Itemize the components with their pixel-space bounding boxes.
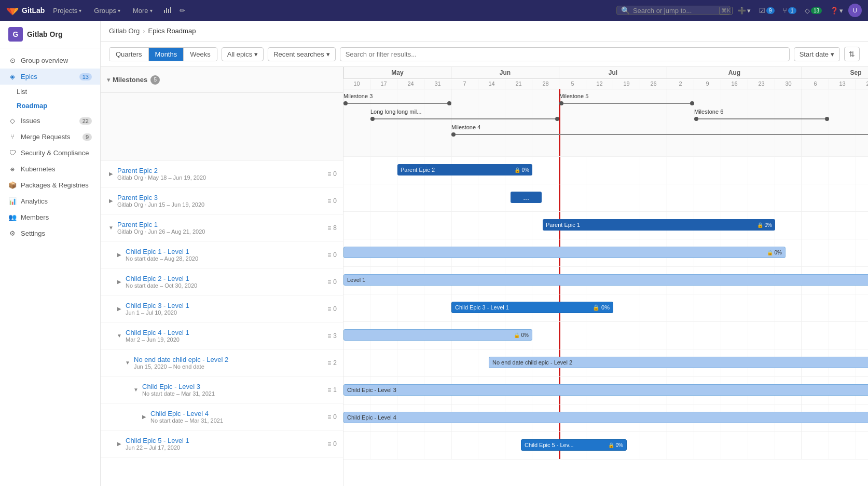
child-count: 0 [333,305,337,313]
gantt-body: Milestone 3Long long long mil...Mileston… [343,89,868,460]
plus-icon-btn[interactable]: ➕ ▾ [735,5,754,17]
nav-more[interactable]: More ▾ [129,7,157,15]
gantt-area: MayJunJulAugSepOctNov1017243171421285121… [343,67,868,486]
epic-bar[interactable]: Child Epic 5 - Lev... 🔒 0% [521,439,627,451]
merge-requests-icon-btn[interactable]: ⑂ 1 [780,5,800,17]
issues-icon-btn[interactable]: ◇ 13 [802,5,825,17]
epic-title[interactable]: Child Epic - Level 4 [150,410,323,417]
epic-bar[interactable]: Child Epic - Level 3 🔒 0% [343,384,868,396]
epic-title[interactable]: Child Epic 5 - Level 1 [126,437,323,444]
expand-btn[interactable]: ▼ [115,332,123,340]
epic-bar[interactable]: Level 1 🔒 0% [343,274,868,286]
merge-requests-icon: ⑂ [8,133,17,141]
sidebar-item-epics[interactable]: ◈ Epics 13 [0,69,100,85]
epic-bar[interactable]: Child Epic 3 - Level 1 🔒 0% [451,302,613,313]
global-search[interactable]: 🔍 ⌘K [616,6,731,15]
epic-title[interactable]: Parent Epic 1 [117,221,323,228]
sort-btn[interactable]: ⇅ [844,47,860,61]
search-input[interactable] [633,7,716,15]
gantt-month-label: May [343,67,451,78]
expand-btn[interactable]: ▶ [140,413,148,421]
sidebar-item-kubernetes[interactable]: ⎈ Kubernetes [0,161,100,177]
start-date-btn[interactable]: Start date ▾ [794,47,840,61]
epic-title[interactable]: Child Epic 1 - Level 1 [126,248,323,255]
epic-title[interactable]: Child Epic 3 - Level 1 [126,302,323,309]
sidebar-item-settings[interactable]: ⚙ Settings [0,225,100,241]
child-count-icon: ≡ [327,305,331,313]
epic-bar[interactable]: 🔒 0% [343,329,532,341]
epic-bar[interactable]: ... [511,192,542,203]
sidebar-item-analytics[interactable]: 📊 Analytics [0,193,100,209]
sidebar-item-security[interactable]: 🛡 Security & Compliance [0,145,100,161]
help-icon-btn[interactable]: ❓ ▾ [827,5,846,17]
avatar[interactable]: U [848,4,862,17]
chevron-down-icon: ▾ [747,7,751,15]
expand-btn[interactable]: ▶ [115,278,123,286]
child-count-icon: ≡ [327,251,331,259]
nav-pencil-icon[interactable]: ✏ [177,7,187,15]
epic-bar[interactable]: Child Epic - Level 4 🔒 0% [343,412,868,423]
nav-activity-icon[interactable] [161,6,173,16]
expand-btn[interactable]: ▶ [107,197,115,205]
sidebar-item-merge-requests[interactable]: ⑂ Merge Requests 9 [0,129,100,145]
gantt-week-label: 5 [559,79,586,89]
tab-weeks[interactable]: Weeks [184,48,217,61]
expand-btn[interactable]: ▶ [107,170,115,178]
epic-title[interactable]: Parent Epic 2 [117,167,323,174]
table-row: ▼ Parent Epic 1 Gitlab Org · Jun 26 – Au… [101,214,343,241]
sidebar-item-epics-roadmap[interactable]: Roadmap [17,99,100,113]
gantt-grid-col [667,322,694,349]
milestones-collapse-btn[interactable]: ▾ [107,76,111,84]
sidebar-item-group-overview[interactable]: ⊙ Group overview [0,52,100,69]
sidebar-item-members[interactable]: 👥 Members [0,209,100,225]
table-row: ▶ Child Epic 3 - Level 1 Jun 1 – Jul 10,… [101,295,343,322]
epic-bar[interactable]: 🔒 0% [343,247,786,258]
sidebar-item-issues[interactable]: ◇ Issues 22 [0,113,100,129]
gantt-grid-col [424,294,451,321]
logo[interactable]: GitLab [6,4,45,17]
tab-quarters[interactable]: Quarters [109,48,149,61]
svg-rect-3 [170,7,171,13]
epic-bar[interactable]: No end date child epic - Level 2 [489,357,868,368]
epic-bar[interactable]: Parent Epic 2 🔒 0% [397,164,532,176]
gantt-grid-col [802,89,829,156]
expand-btn[interactable]: ▼ [107,224,115,232]
epics-filter-btn[interactable]: All epics ▾ [222,47,264,61]
child-count-icon: ≡ [327,332,331,340]
epic-title[interactable]: Child Epic - Level 3 [142,383,323,390]
gantt-grid-col [829,432,856,459]
epic-info: Child Epic - Level 3 No start date – Mar… [142,383,323,397]
epic-info: Child Epic 4 - Level 1 Mar 2 – Jun 19, 2… [126,329,323,343]
nav-groups[interactable]: Groups ▾ [90,7,125,15]
epic-title[interactable]: Child Epic 2 - Level 1 [126,275,323,282]
gantt-grid-col [694,184,721,211]
gantt-grid-col [532,322,559,349]
expand-btn[interactable]: ▶ [115,440,123,448]
nav-icons: ➕ ▾ ☑ 9 ⑂ 1 ◇ 13 ❓ ▾ U [735,4,862,17]
tab-months[interactable]: Months [149,48,184,61]
expand-btn[interactable]: ▶ [115,305,123,313]
nav-projects[interactable]: Projects ▾ [49,7,86,15]
epic-subtitle: Jun 15, 2020 – No end date [134,363,323,370]
breadcrumb-parent[interactable]: Gitlab Org [109,27,140,35]
recent-searches-btn[interactable]: Recent searches ▾ [268,47,336,61]
expand-btn[interactable]: ▼ [132,386,140,394]
sidebar-item-epics-list[interactable]: List [17,85,100,99]
sidebar-item-packages[interactable]: 📦 Packages & Registries [0,177,100,193]
gantt-grid-col [829,239,856,266]
expand-btn[interactable]: ▶ [115,251,123,259]
epic-title[interactable]: Child Epic 4 - Level 1 [126,329,323,336]
epic-title[interactable]: Parent Epic 3 [117,194,323,201]
gantt-week-label: 19 [613,79,640,89]
milestone-end-dot [825,117,829,121]
epic-bar[interactable]: Parent Epic 1 🔒 0% [543,219,775,231]
epic-title[interactable]: No end date child epic - Level 2 [134,356,323,363]
gantt-row: No end date child epic - Level 2 [343,349,868,377]
expand-btn[interactable]: ▼ [123,359,132,367]
gantt-grid-col [586,322,613,349]
todo-icon-btn[interactable]: ☑ 9 [756,5,778,17]
epic-info: Parent Epic 2 Gitlab Org · May 18 – Jun … [117,167,323,181]
chevron-down-icon: ▾ [79,8,81,14]
search-filter-input[interactable] [340,47,790,61]
sidebar-nav: ⊙ Group overview ◈ Epics 13 List Roadmap… [0,48,100,246]
